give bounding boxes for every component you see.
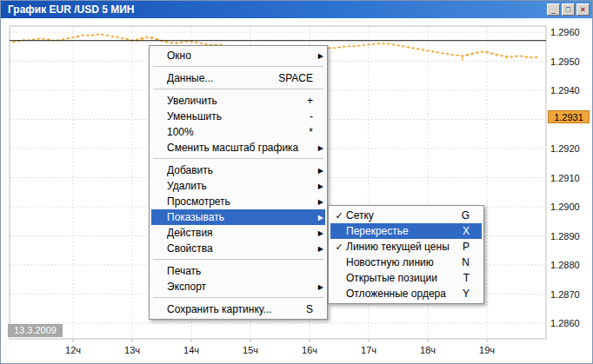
menu-separator	[151, 156, 325, 162]
menu-item-delete[interactable]: Удалить▶	[151, 178, 325, 194]
menu-item-label: Открытые позиции	[346, 272, 453, 284]
menu-item-properties[interactable]: Свойства▶	[151, 241, 325, 256]
submenu-item-grid[interactable]: ✓СеткуG	[330, 208, 482, 223]
menu-item-save-picture[interactable]: Сохранить картинку...S	[151, 301, 325, 317]
menu-shortcut: -	[310, 110, 313, 122]
menu-item-view[interactable]: Просмотреть▶	[151, 194, 325, 209]
x-axis-label: 17ч	[356, 345, 382, 355]
x-axis-label: 12ч	[60, 345, 86, 355]
menu-separator	[151, 295, 325, 301]
chart-window: График EUR /USD 5 МИН _□× 1.29601.29501.…	[0, 0, 593, 364]
x-axis-label: 14ч	[178, 345, 204, 355]
y-axis-label: 1.2880	[550, 259, 590, 271]
checkmark-icon: ✓	[332, 210, 346, 222]
menu-shortcut: +	[307, 95, 313, 107]
menu-shortcut: Y	[463, 288, 470, 300]
x-axis-label: 18ч	[415, 345, 441, 355]
y-axis-label: 1.2870	[550, 288, 590, 301]
submenu-arrow-icon: ▶	[313, 283, 323, 291]
menu-item-label: Сохранить картинку...	[167, 303, 296, 315]
menu-separator	[151, 63, 325, 70]
date-badge: 13.3.2009	[8, 324, 63, 337]
window-controls: _□×	[547, 3, 590, 16]
menu-item-change-scale[interactable]: Сменить масштаб графика▶	[151, 140, 325, 156]
submenu-arrow-icon: ▶	[313, 214, 323, 222]
menu-item-label: Окно	[167, 50, 303, 62]
title-bar[interactable]: График EUR /USD 5 МИН _□×	[1, 1, 592, 18]
context-menu: Окно▶Данные...SPACEУвеличить+Уменьшить-1…	[149, 45, 328, 320]
submenu-item-crosshair[interactable]: ПерекрестьеX	[330, 223, 482, 239]
menu-separator	[151, 256, 325, 263]
menu-item-label: Удалить	[167, 180, 303, 192]
submenu-arrow-icon: ▶	[313, 144, 323, 152]
menu-item-label: Экспорт	[167, 281, 303, 293]
menu-shortcut: S	[306, 303, 313, 315]
menu-item-label: Показывать	[167, 211, 303, 223]
maximize-button[interactable]: □	[562, 3, 575, 16]
menu-item-label: Уменьшить	[167, 110, 299, 122]
x-axis-label: 15ч	[237, 345, 263, 355]
menu-item-show[interactable]: Показывать▶	[151, 209, 325, 225]
menu-item-label: Новостную линию	[346, 256, 451, 268]
menu-item-label: Данные...	[167, 72, 268, 84]
y-axis-label: 1.2900	[550, 201, 590, 213]
x-axis-label: 19ч	[474, 345, 500, 355]
menu-shortcut: T	[463, 272, 470, 284]
submenu-item-pending-orders[interactable]: Отложенные ордераY	[330, 286, 482, 301]
menu-item-label: Перекрестье	[346, 225, 452, 237]
menu-shortcut: N	[462, 256, 470, 268]
y-axis-label: 1.2950	[550, 56, 590, 68]
menu-item-label: Отложенные ордера	[346, 288, 452, 300]
y-axis-label: 1.2920	[550, 142, 590, 155]
menu-shortcut: SPACE	[278, 72, 313, 84]
menu-item-export[interactable]: Экспорт▶	[151, 279, 325, 295]
menu-item-label: Сетку	[346, 209, 451, 222]
submenu-arrow-icon: ▶	[313, 245, 323, 253]
y-axis-label: 1.2890	[550, 230, 590, 242]
menu-item-zoom-in[interactable]: Увеличить+	[151, 93, 325, 109]
menu-item-add[interactable]: Добавить▶	[151, 162, 325, 178]
y-axis-label: 1.2860	[550, 317, 590, 329]
submenu-arrow-icon: ▶	[313, 182, 323, 190]
menu-item-label: Свойства	[167, 242, 303, 255]
y-axis-label: 1.2960	[550, 26, 590, 38]
menu-shortcut: X	[463, 225, 470, 237]
window-title: График EUR /USD 5 МИН	[4, 3, 135, 16]
y-axis-label: 1.2910	[550, 172, 590, 184]
y-axis-label: 1.2940	[550, 84, 590, 96]
x-axis-label: 13ч	[119, 345, 145, 355]
close-button[interactable]: ×	[576, 3, 590, 16]
menu-shortcut: P	[463, 241, 470, 253]
menu-item-label: Увеличить	[167, 95, 296, 107]
menu-item-label: Просмотреть	[167, 195, 303, 208]
submenu-arrow-icon: ▶	[313, 229, 323, 237]
menu-item-label: Печать	[167, 265, 303, 277]
submenu-arrow-icon: ▶	[313, 52, 323, 60]
x-axis-label: 16ч	[296, 345, 323, 355]
menu-item-actions[interactable]: Действия▶	[151, 225, 325, 241]
menu-item-label: Сменить масштаб графика	[167, 142, 303, 154]
show-submenu: ✓СеткуGПерекрестьеX✓Линию текущей ценыPН…	[328, 205, 484, 304]
submenu-item-current-price-line[interactable]: ✓Линию текущей ценыP	[330, 239, 482, 255]
current-price-badge: 1.2931	[548, 110, 590, 123]
menu-item-label: Добавить	[167, 164, 303, 176]
menu-item-label: Линию текущей цены	[346, 241, 452, 253]
menu-item-label: 100%	[167, 126, 298, 138]
submenu-arrow-icon: ▶	[313, 198, 323, 206]
menu-item-print[interactable]: Печать	[151, 263, 325, 279]
menu-item-zoom-100[interactable]: 100%*	[151, 124, 325, 140]
minimize-button[interactable]: _	[547, 3, 560, 16]
submenu-arrow-icon: ▶	[313, 167, 323, 175]
menu-item-zoom-out[interactable]: Уменьшить-	[151, 109, 325, 124]
menu-separator	[151, 86, 325, 93]
submenu-item-news-line[interactable]: Новостную линиюN	[330, 255, 482, 270]
menu-shortcut: G	[462, 209, 470, 222]
menu-item-label: Действия	[167, 227, 303, 239]
menu-shortcut: *	[309, 126, 313, 138]
chart-area: 1.29601.29501.29401.29301.29201.29101.29…	[1, 18, 592, 363]
submenu-item-open-positions[interactable]: Открытые позицииT	[330, 270, 482, 286]
menu-item-data[interactable]: Данные...SPACE	[151, 70, 325, 86]
menu-item-window[interactable]: Окно▶	[151, 48, 325, 63]
checkmark-icon: ✓	[332, 242, 346, 253]
